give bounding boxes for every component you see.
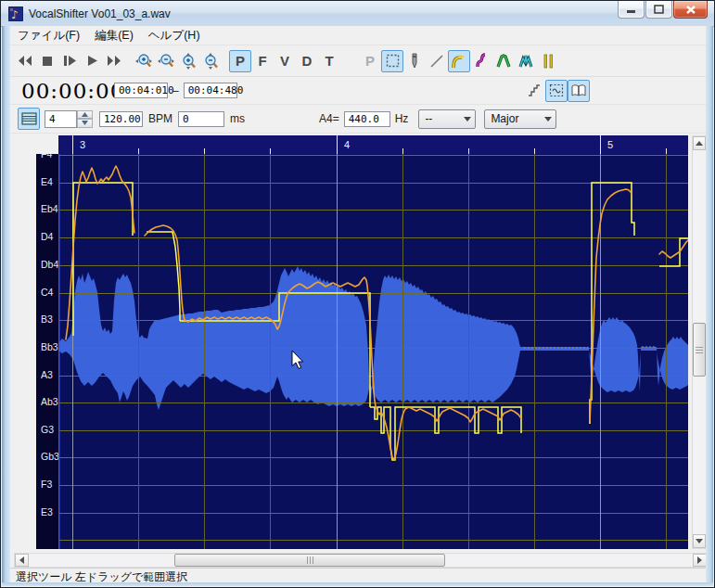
menu-help[interactable]: ヘルプ(H) (141, 26, 208, 45)
note-label: F3 (41, 479, 52, 490)
view-p-disabled-button: P (359, 50, 381, 72)
zoom-in-vertical-icon[interactable] (177, 50, 199, 72)
window-frame-left (2, 26, 10, 586)
note-label: B3 (41, 313, 53, 325)
title-bar[interactable]: ♪ VocalShifter Vo01_03_a.wav (1, 1, 714, 27)
peak-green-tool-icon[interactable] (492, 50, 515, 72)
zoom-out-horizontal-icon[interactable] (155, 50, 177, 72)
open-book-icon[interactable] (568, 80, 590, 102)
control-row: 4 120.00 BPM 0 ms A4= 440.0 Hz -- (10, 105, 706, 134)
timeline-ruler[interactable]: 345 (58, 135, 688, 155)
parallel-bars-tool-icon[interactable] (537, 50, 559, 72)
window-frame-bottom (2, 582, 713, 586)
view-dynamics-button[interactable]: D (296, 50, 318, 72)
beat-grid-button[interactable] (18, 108, 40, 130)
window-title: VocalShifter Vo01_03_a.wav (29, 7, 171, 20)
menu-file[interactable]: ファイル(F) (10, 26, 87, 45)
peak-cyan-tool-icon[interactable] (515, 50, 537, 72)
view-time-button[interactable]: T (318, 50, 340, 72)
ms-label: ms (230, 112, 245, 125)
step-line-icon[interactable] (523, 80, 545, 102)
note-label: F4 (41, 154, 52, 160)
view-volume-button[interactable]: V (274, 50, 296, 72)
offset-field[interactable]: 0 (178, 111, 224, 127)
note-label: Eb4 (41, 203, 58, 214)
a4-field[interactable]: 440.0 (344, 111, 390, 127)
vertical-scrollbar[interactable] (692, 135, 706, 549)
play-button[interactable] (81, 50, 103, 72)
note-label: E4 (41, 176, 53, 187)
note-label: D4 (41, 231, 53, 242)
hz-label: Hz (395, 112, 409, 125)
window-frame-right (706, 26, 713, 586)
selection-end-field[interactable]: 00:04:480 (184, 83, 237, 98)
current-time-display: 00:00:000 (21, 79, 114, 103)
menu-edit[interactable]: 編集(E) (87, 26, 141, 45)
scroll-left-icon[interactable] (15, 554, 29, 567)
beats-spinner[interactable]: 4 (45, 110, 93, 128)
close-button[interactable] (673, 1, 708, 19)
note-label: E3 (41, 506, 53, 518)
measure-number: 3 (80, 139, 85, 150)
time-row: 00:00:000 00:04:010 – 00:04:480 (10, 77, 706, 105)
note-label: Gb3 (41, 451, 58, 462)
beats-field[interactable]: 4 (45, 110, 77, 128)
maximize-button[interactable] (645, 1, 672, 19)
spin-up-icon[interactable] (77, 110, 93, 120)
line-tool-icon[interactable] (426, 50, 448, 72)
pen-tool-icon[interactable] (403, 50, 426, 72)
play-from-cursor-button[interactable] (58, 50, 81, 72)
horizontal-scrollbar[interactable] (14, 553, 708, 568)
note-label-column: F4E4Eb4D4Db4C4B3Bb3A3Ab3G3Gb3F3E3 (36, 154, 58, 549)
selection-start-field[interactable]: 00:04:010 (114, 83, 168, 98)
stop-button[interactable] (36, 50, 58, 72)
app-window: ♪ VocalShifter Vo01_03_a.wav ファイル(F) 編集(… (0, 0, 715, 588)
scroll-right-icon[interactable] (693, 554, 707, 567)
wave-select-box-icon[interactable] (545, 80, 568, 102)
note-label: Ab3 (41, 396, 58, 407)
horizontal-scroll-thumb[interactable] (174, 554, 445, 567)
measure-number: 4 (344, 139, 350, 150)
app-icon: ♪ (8, 6, 23, 21)
measure-number: 5 (607, 139, 613, 150)
scroll-up-icon[interactable] (693, 136, 706, 150)
bpm-label: BPM (148, 112, 172, 125)
zoom-out-vertical-icon[interactable] (199, 50, 222, 72)
a4-label: A4= (319, 112, 339, 125)
note-label: Db4 (41, 259, 58, 270)
minimize-button[interactable] (618, 1, 645, 19)
chevron-down-icon (464, 117, 471, 121)
spin-down-icon[interactable] (77, 119, 93, 128)
note-label: C4 (41, 287, 53, 298)
view-formant-button[interactable]: F (251, 50, 274, 72)
note-label: G3 (41, 424, 54, 435)
view-pitch-button[interactable]: P (229, 50, 251, 72)
pitch-curve-tool-icon[interactable] (448, 50, 470, 72)
select-rect-tool-icon[interactable] (381, 50, 403, 72)
menu-bar: ファイル(F) 編集(E) ヘルプ(H) (10, 26, 706, 45)
range-dash: – (172, 84, 179, 97)
zoom-in-horizontal-icon[interactable] (133, 50, 155, 72)
note-label: Bb3 (41, 341, 58, 352)
bpm-field[interactable]: 120.00 (99, 111, 143, 127)
pitch-editor-canvas[interactable] (58, 154, 688, 549)
key-dropdown[interactable]: -- (418, 109, 476, 129)
scale-dropdown[interactable]: Major (484, 109, 556, 129)
rewind-button[interactable] (14, 50, 36, 72)
s-curve-tool-icon[interactable] (470, 50, 492, 72)
note-label: A3 (41, 369, 53, 380)
fast-forward-button[interactable] (103, 50, 125, 72)
editor-area: F4E4Eb4D4Db4C4B3Bb3A3Ab3G3Gb3F3E3 345 (10, 134, 706, 551)
vertical-scroll-thumb[interactable] (693, 323, 706, 377)
chevron-down-icon (544, 117, 552, 121)
toolbar: P F V D T P (10, 45, 706, 77)
scroll-down-icon[interactable] (693, 534, 706, 548)
